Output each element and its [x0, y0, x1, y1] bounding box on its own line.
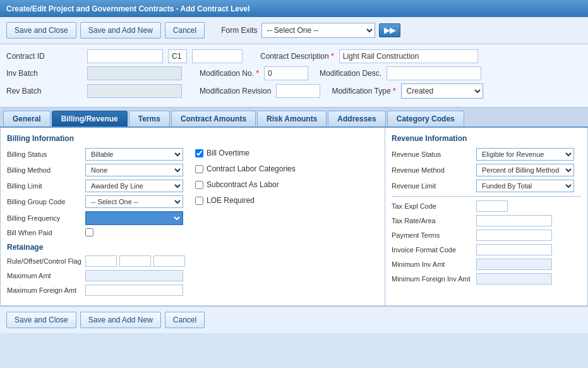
modification-revision-input[interactable]	[276, 84, 320, 98]
inv-batch-label: Inv Batch	[6, 69, 82, 78]
form-exits-label: Form Exits	[221, 26, 257, 35]
maximum-amt-input[interactable]	[85, 270, 183, 281]
form-exits-go-button[interactable]: ▶▶	[379, 23, 400, 37]
billing-method-label: Billing Method	[7, 166, 83, 174]
form-exits-select[interactable]: -- Select One --	[261, 23, 375, 38]
subcontract-labor-label: Subcontract As Labor	[207, 180, 279, 189]
revenue-status-label: Revenue Status	[392, 150, 474, 158]
tab-category-codes[interactable]: Category Codes	[387, 111, 464, 126]
rule-offset-row: Rule/Offset/Control Flag	[7, 255, 378, 267]
revenue-status-select[interactable]: Eligible for Revenue	[476, 148, 574, 161]
save-add-new-button-bottom[interactable]: Save and Add New	[80, 312, 161, 328]
tax-expl-code-row: Tax Expl Code	[392, 200, 581, 212]
divider-1	[392, 196, 581, 197]
modification-type-label: Modification Type *	[332, 87, 395, 95]
billing-method-row: Billing Method None Contract Labor Categ…	[7, 164, 378, 176]
billing-frequency-label: Billing Frequency	[7, 214, 83, 222]
contract-desc-label: Contract Description *	[260, 52, 334, 61]
tab-terms[interactable]: Terms	[129, 111, 170, 126]
tax-rate-area-input[interactable]	[476, 215, 552, 226]
payment-terms-input[interactable]	[476, 230, 552, 241]
contract-id-label: Contract ID	[6, 52, 82, 61]
revenue-info-title: Revenue Information	[392, 134, 581, 143]
cancel-button-top[interactable]: Cancel	[165, 22, 205, 39]
cancel-button-bottom[interactable]: Cancel	[165, 312, 205, 328]
modification-no-input[interactable]	[264, 66, 308, 80]
maximum-amt-row: Maximum Amt	[7, 270, 378, 281]
invoice-format-code-label: Invoice Format Code	[392, 246, 474, 254]
subcontract-labor-checkbox[interactable]	[195, 181, 203, 189]
revenue-limit-select[interactable]: Funded By Total	[476, 180, 574, 192]
billing-status-row: Billing Status Billable Bill Overtime	[7, 148, 378, 161]
title-bar: Create/Edit Project and Government Contr…	[0, 0, 588, 17]
billing-info-title: Billing Information	[7, 134, 378, 143]
billing-group-code-select[interactable]: -- Select One --	[85, 195, 183, 208]
inv-batch-input[interactable]	[87, 66, 182, 80]
left-panel: Billing Information Billing Status Billa…	[1, 128, 385, 305]
contract-id-input[interactable]	[87, 49, 163, 63]
loe-required-checkbox[interactable]	[195, 197, 203, 205]
tab-addresses[interactable]: Addresses	[328, 111, 385, 126]
rule-input-3[interactable]	[153, 255, 185, 267]
revenue-method-select[interactable]: Percent of Billing Method	[476, 164, 574, 176]
rev-batch-label: Rev Batch	[6, 87, 82, 95]
right-panel: Revenue Information Revenue Status Eligi…	[385, 128, 587, 305]
bill-overtime-checkbox[interactable]	[195, 149, 203, 157]
tab-general[interactable]: General	[3, 111, 51, 126]
rule-input-1[interactable]	[85, 255, 117, 267]
contract-labor-checkbox[interactable]	[195, 165, 203, 173]
billing-limit-select[interactable]: Awarded By Line	[85, 180, 183, 192]
modification-no-required: *	[256, 69, 259, 78]
invoice-format-code-input[interactable]	[476, 244, 552, 255]
page-title: Create/Edit Project and Government Contr…	[6, 4, 250, 13]
save-close-button-top[interactable]: Save and Close	[6, 22, 76, 39]
billing-method-select[interactable]: None	[85, 164, 183, 176]
loe-required-row: LOE Required	[195, 196, 255, 205]
tax-expl-code-input[interactable]	[476, 200, 508, 212]
payment-terms-row: Payment Terms	[392, 230, 581, 241]
billing-group-code-label: Billing Group Code	[7, 198, 83, 205]
tax-rate-area-label: Tax Rate/Area	[392, 217, 474, 224]
tab-billing-revenue[interactable]: Billing/Revenue	[52, 111, 128, 126]
bill-overtime-row: Bill Overtime	[195, 149, 249, 157]
minimum-foreign-inv-amt-row: Minimum Foreign Inv Amt	[392, 273, 581, 285]
billing-group-code-row: Billing Group Code -- Select One -- LOE …	[7, 195, 378, 208]
billing-frequency-row: Billing Frequency	[7, 211, 378, 225]
billing-frequency-select[interactable]	[85, 211, 183, 225]
invoice-format-code-row: Invoice Format Code	[392, 244, 581, 255]
revenue-status-row: Revenue Status Eligible for Revenue	[392, 148, 581, 161]
bill-when-paid-checkbox[interactable]	[85, 228, 93, 236]
minimum-foreign-inv-amt-input[interactable]	[476, 273, 552, 285]
tab-contract-amounts[interactable]: Contract Amounts	[171, 111, 256, 126]
revenue-method-row: Revenue Method Percent of Billing Method	[392, 164, 581, 176]
main-content: Billing Information Billing Status Billa…	[0, 128, 588, 306]
billing-limit-row: Billing Limit Awarded By Line Subcontrac…	[7, 180, 378, 192]
revenue-limit-label: Revenue Limit	[392, 182, 474, 190]
contract-id-suffix-input[interactable]	[192, 49, 243, 63]
loe-required-label: LOE Required	[207, 196, 255, 205]
modification-desc-input[interactable]	[387, 66, 481, 80]
modification-no-label: Modification No. *	[200, 69, 259, 78]
form-fields-section: Contract ID Contract Description * Inv B…	[0, 44, 588, 107]
minimum-foreign-inv-amt-label: Minimum Foreign Inv Amt	[392, 275, 474, 283]
maximum-foreign-amt-input[interactable]	[85, 285, 183, 296]
tabs-bar: General Billing/Revenue Terms Contract A…	[0, 107, 588, 128]
save-close-button-bottom[interactable]: Save and Close	[6, 312, 76, 328]
save-add-new-button-top[interactable]: Save and Add New	[80, 22, 161, 39]
tax-rate-area-row: Tax Rate/Area	[392, 215, 581, 226]
contract-id-c1-input[interactable]	[168, 49, 187, 63]
maximum-foreign-amt-row: Maximum Foreign Amt	[7, 285, 378, 296]
rule-input-2[interactable]	[119, 255, 151, 267]
bottom-toolbar: Save and Close Save and Add New Cancel	[0, 306, 588, 333]
modification-desc-label: Modification Desc.	[320, 69, 381, 78]
tab-risk-amounts[interactable]: Risk Amounts	[257, 111, 327, 126]
minimum-inv-amt-input[interactable]	[476, 259, 552, 270]
rev-batch-input[interactable]	[87, 84, 182, 98]
billing-status-select[interactable]: Billable	[85, 148, 183, 161]
bill-when-paid-label: Bill When Paid	[7, 229, 83, 236]
contract-desc-input[interactable]	[339, 49, 478, 63]
modification-type-select[interactable]: Created	[401, 83, 483, 99]
revenue-method-label: Revenue Method	[392, 166, 474, 174]
minimum-inv-amt-label: Minimum Inv Amt	[392, 261, 474, 268]
bill-when-paid-row: Bill When Paid	[7, 228, 378, 236]
